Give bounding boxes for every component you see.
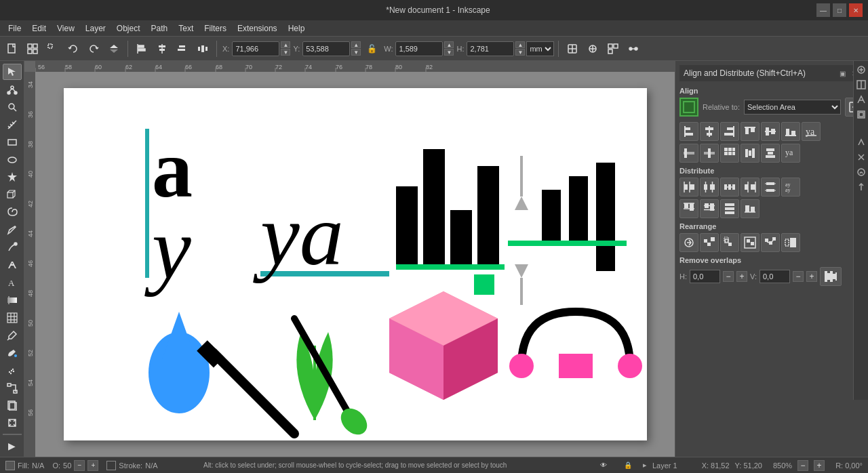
tool-rect[interactable]: [3, 134, 22, 150]
tool-measure[interactable]: [3, 117, 22, 133]
align-center-anchor[interactable]: [700, 144, 719, 163]
y-dec[interactable]: ▼: [351, 49, 361, 56]
dist-bottom-edges[interactable]: [741, 199, 760, 218]
tool-mesh[interactable]: [3, 310, 22, 326]
align-left-anchor[interactable]: [679, 144, 698, 163]
strip-btn-1[interactable]: [854, 63, 868, 77]
y-inc[interactable]: ▲: [351, 41, 361, 48]
strip-btn-6[interactable]: [854, 150, 868, 164]
align-right-edges[interactable]: [720, 122, 739, 141]
menu-path[interactable]: Path: [146, 22, 174, 35]
zoom-dec[interactable]: −: [797, 460, 808, 471]
overlap-v-input[interactable]: [760, 270, 790, 283]
strip-btn-3[interactable]: [854, 93, 868, 106]
panel-collapse[interactable]: ▣: [837, 68, 848, 79]
relative-select[interactable]: Selection Area First selected Last selec…: [744, 100, 841, 115]
tool-select[interactable]: [3, 64, 22, 80]
dist-left-edges[interactable]: [679, 178, 698, 197]
align-top-edges[interactable]: [741, 122, 760, 141]
strip-btn-2[interactable]: [854, 78, 868, 91]
menu-text[interactable]: Text: [173, 22, 199, 35]
tool-pen[interactable]: [3, 239, 22, 255]
strip-btn-4[interactable]: [854, 108, 868, 121]
rearrange-3[interactable]: [720, 233, 739, 252]
toolbar-distribute[interactable]: [193, 39, 212, 58]
layer-visibility[interactable]: 👁: [594, 456, 613, 474]
tool-calligraphy[interactable]: [3, 257, 22, 273]
toolbar-align-center[interactable]: [153, 39, 172, 58]
dist-centers-h[interactable]: [700, 178, 719, 197]
tool-spray[interactable]: [3, 363, 22, 379]
minimize-button[interactable]: —: [816, 3, 830, 17]
menu-layer[interactable]: Layer: [80, 22, 111, 35]
align-text-anchor[interactable]: ya: [781, 144, 800, 163]
rearrange-4[interactable]: [741, 233, 760, 252]
remove-overlaps-apply[interactable]: [820, 267, 842, 286]
rearrange-6[interactable]: [781, 233, 800, 252]
dist-gaps-h[interactable]: [720, 178, 739, 197]
x-inc[interactable]: ▲: [281, 41, 290, 48]
toolbar-align-right[interactable]: [173, 39, 192, 58]
dist-right-edges[interactable]: [741, 178, 760, 197]
dist-top-edges[interactable]: [679, 199, 698, 218]
strip-btn-7[interactable]: [854, 165, 868, 179]
tool-text[interactable]: A: [3, 274, 22, 291]
dist-gaps-v[interactable]: [720, 199, 739, 218]
overlap-h-dec[interactable]: −: [723, 271, 734, 282]
menu-extensions[interactable]: Extensions: [232, 22, 283, 35]
rearrange-5[interactable]: [761, 233, 780, 252]
tool-zoom[interactable]: [3, 99, 22, 115]
align-center-v[interactable]: [761, 122, 780, 141]
menu-edit[interactable]: Edit: [26, 22, 52, 35]
snap-btn-1[interactable]: [563, 39, 582, 58]
w-dec[interactable]: ▼: [444, 49, 454, 56]
h-inc[interactable]: ▲: [515, 41, 525, 48]
overlap-v-dec[interactable]: −: [793, 271, 804, 282]
rearrange-2[interactable]: [700, 233, 719, 252]
menu-filters[interactable]: Filters: [199, 22, 232, 35]
h-input[interactable]: [467, 41, 514, 56]
tool-eyedropper[interactable]: [3, 327, 22, 344]
tool-pages[interactable]: [3, 398, 22, 414]
menu-file[interactable]: File: [3, 22, 26, 35]
unit-select[interactable]: mm px cm in: [526, 41, 554, 56]
tool-3d-box[interactable]: [3, 186, 22, 203]
opacity-inc[interactable]: +: [87, 460, 98, 471]
tool-star[interactable]: [3, 169, 22, 186]
toolbar-select[interactable]: [43, 39, 62, 58]
align-grid-distribute[interactable]: [720, 144, 739, 163]
tool-paint-bucket[interactable]: [3, 345, 22, 361]
toolbar-flip-v[interactable]: [104, 39, 123, 58]
menu-view[interactable]: View: [52, 22, 80, 35]
snap-btn-3[interactable]: [604, 39, 623, 58]
tool-pencil[interactable]: [3, 222, 22, 238]
tool-gradient[interactable]: [3, 292, 22, 308]
menu-help[interactable]: Help: [283, 22, 311, 35]
snap-btn-2[interactable]: [583, 39, 602, 58]
menu-object[interactable]: Object: [111, 22, 146, 35]
x-input[interactable]: [232, 41, 279, 56]
align-center-h[interactable]: [700, 122, 719, 141]
tool-expand[interactable]: ▶: [3, 438, 22, 454]
snap-btn-4[interactable]: [624, 39, 643, 58]
tool-transform[interactable]: [3, 415, 22, 431]
align-left-edges[interactable]: [679, 122, 698, 141]
strip-btn-8[interactable]: [854, 180, 868, 194]
dist-text-baselines[interactable]: ay ay: [781, 178, 800, 197]
dist-baselines-v[interactable]: [761, 178, 780, 197]
maximize-button[interactable]: □: [833, 3, 846, 17]
drawing-canvas[interactable]: a y ya: [64, 88, 647, 440]
dist-centers-v[interactable]: [700, 199, 719, 218]
align-text-baseline[interactable]: ya: [802, 122, 821, 141]
tool-ellipse[interactable]: [3, 152, 22, 168]
w-input[interactable]: [395, 41, 443, 56]
tool-spiral[interactable]: [3, 204, 22, 220]
tool-node[interactable]: [3, 81, 22, 98]
align-cols-distribute[interactable]: [741, 144, 760, 163]
w-inc[interactable]: ▲: [444, 41, 454, 48]
rearrange-1[interactable]: [679, 233, 698, 252]
h-dec[interactable]: ▼: [515, 49, 525, 56]
toolbar-rotate-cw[interactable]: [84, 39, 103, 58]
toolbar-rotate-ccw[interactable]: [64, 39, 83, 58]
close-button[interactable]: ✕: [849, 3, 863, 17]
